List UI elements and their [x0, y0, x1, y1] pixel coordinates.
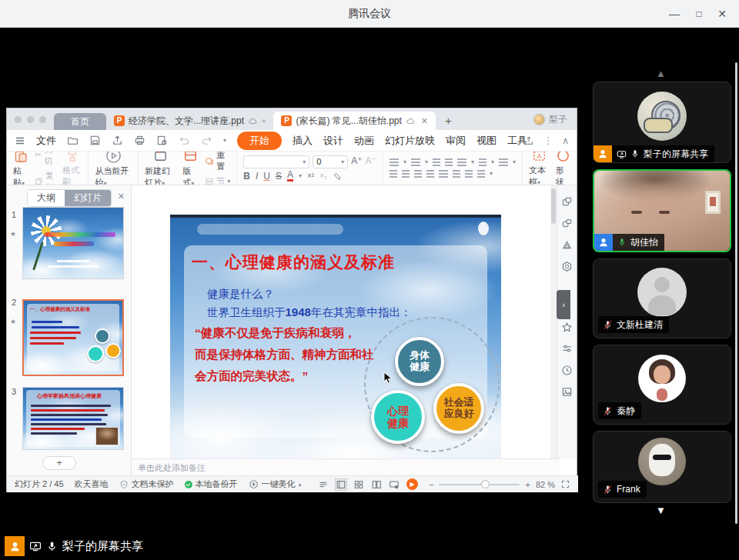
menu-start[interactable]: 开始	[237, 132, 282, 150]
preview-icon[interactable]	[156, 135, 168, 146]
save-icon[interactable]	[89, 135, 101, 146]
editor-scrollbar[interactable]	[550, 185, 557, 458]
align-text-icon[interactable]	[479, 158, 487, 166]
reset-button[interactable]: 重置	[205, 152, 230, 172]
membership-badge-icon[interactable]	[561, 261, 573, 272]
scroll-up-arrow[interactable]: ▲	[656, 68, 666, 79]
account-area[interactable]: 梨子	[533, 113, 567, 126]
font-shrink-button[interactable]: A⁻	[366, 155, 376, 168]
layout-button[interactable]: 版式▾	[182, 152, 199, 185]
text-direction-icon[interactable]	[457, 158, 466, 166]
zoom-out-button[interactable]: −	[429, 480, 433, 489]
from-current-button[interactable]: 从当前开始▾	[95, 152, 132, 185]
new-tab-button[interactable]: +	[445, 114, 452, 127]
history-icon[interactable]	[561, 365, 573, 376]
folder-icon[interactable]	[67, 135, 79, 146]
slide-canvas[interactable]: 一、心理健康的涵义及标准 健康是什么？ 世界卫生组织于1948年在其宪章中指出：…	[170, 215, 501, 458]
traffic-dots[interactable]	[15, 116, 46, 123]
justify-icon[interactable]	[426, 170, 434, 178]
subscript-button[interactable]: ×₂	[319, 172, 327, 180]
align-left-icon[interactable]	[390, 170, 397, 178]
slides-tab[interactable]: 幻灯片	[65, 190, 111, 206]
participant-tile[interactable]: 秦静	[593, 345, 731, 425]
notes-view-icon[interactable]	[318, 479, 329, 490]
participant-tile-speaking[interactable]: 胡佳怡	[593, 169, 731, 252]
theme-name[interactable]: 欢天喜地	[75, 478, 109, 490]
align-right-icon[interactable]	[414, 170, 422, 178]
undo-icon[interactable]	[179, 135, 190, 146]
menu-review[interactable]: 审阅	[446, 134, 466, 148]
slide-thumbnail-2-selected[interactable]: 一、心理健康的涵义及标准	[22, 299, 124, 376]
split-view-icon[interactable]	[371, 479, 382, 490]
hamburger-icon[interactable]	[15, 135, 25, 146]
panel-expand-tab[interactable]: ›	[557, 290, 570, 319]
protection-status[interactable]: 文档未保护	[119, 478, 174, 490]
participant-tile[interactable]: 文新杜建清	[593, 258, 731, 338]
paste-button[interactable]: 粘贴▾	[13, 152, 28, 185]
font-color-button[interactable]: A	[287, 171, 293, 182]
scroll-down-arrow[interactable]: ▼	[656, 505, 666, 516]
menu-animation[interactable]: 动画	[354, 134, 374, 148]
pyramid-icon[interactable]	[561, 239, 573, 251]
slide-thumbnail-3[interactable]: 心理学家杨凤池谈心理健康	[22, 387, 124, 450]
paragraph-spacing-icon[interactable]	[465, 170, 473, 178]
shape-fill-icon[interactable]	[561, 218, 573, 229]
panel-close-icon[interactable]: ✕	[118, 192, 125, 202]
backup-status[interactable]: 本地备份开	[185, 478, 238, 490]
slideshow-play-button[interactable]: ▶	[406, 478, 418, 490]
strike-button[interactable]: S	[276, 171, 282, 182]
italic-button[interactable]: I	[256, 171, 258, 182]
tab-doc-2-active[interactable]: P (家长篇) 常见...胡佳怡.ppt ✕	[273, 112, 436, 130]
image-tool-icon[interactable]	[561, 386, 573, 398]
line-spacing-icon[interactable]	[453, 170, 460, 178]
cut-button[interactable]: ✂剪切	[35, 152, 56, 167]
settings-sliders-icon[interactable]	[561, 343, 573, 355]
maximize-button[interactable]: □	[688, 6, 710, 22]
menu-design[interactable]: 设计	[323, 134, 343, 148]
presenter-view-icon[interactable]	[389, 479, 400, 490]
slide-thumbnail-1[interactable]	[22, 207, 124, 279]
format-painter-button[interactable]: 格式刷	[62, 152, 82, 185]
tab-home[interactable]: 首页	[54, 113, 106, 130]
superscript-button[interactable]: ×²	[307, 172, 314, 180]
clear-format-icon[interactable]	[333, 172, 342, 181]
collapse-ribbon-icon[interactable]: ∧	[562, 135, 569, 146]
columns-icon[interactable]	[499, 158, 508, 166]
outline-tab[interactable]: 大纲	[28, 190, 65, 206]
menu-file[interactable]: 文件	[36, 134, 56, 148]
shapes-button[interactable]: 形状	[556, 152, 570, 185]
font-family-select[interactable]: ▾	[243, 155, 309, 168]
participant-tile[interactable]: Frank	[593, 431, 731, 503]
redo-icon[interactable]	[201, 135, 212, 146]
align-center-icon[interactable]	[402, 170, 410, 178]
numbered-list-icon[interactable]	[411, 158, 420, 166]
zoom-in-button[interactable]: +	[525, 480, 530, 489]
tab-doc-1[interactable]: P 经济学院、文学...理讲座.ppt ●	[106, 112, 273, 130]
minimize-button[interactable]: —	[664, 6, 685, 22]
more-caret-icon[interactable]: ▾	[223, 137, 226, 144]
fullscreen-icon[interactable]	[560, 479, 570, 489]
text-box-button[interactable]: 文本框▾	[529, 152, 550, 185]
object-layer-icon[interactable]	[561, 196, 573, 208]
close-button[interactable]: ✕	[711, 6, 733, 22]
favorites-icon[interactable]	[561, 322, 573, 333]
participant-tile-sharer[interactable]: 梨子的屏幕共享	[593, 82, 731, 163]
menu-insert[interactable]: 插入	[293, 134, 313, 148]
slide-sorter-icon[interactable]	[353, 479, 364, 490]
kebab-menu-icon[interactable]: ⋮	[543, 135, 553, 146]
tab-close-icon[interactable]: ✕	[421, 116, 428, 126]
bold-button[interactable]: B	[243, 171, 250, 182]
font-grow-button[interactable]: A⁺	[351, 155, 362, 168]
bullet-list-icon[interactable]	[390, 158, 399, 166]
font-size-select[interactable]: 0▾	[313, 155, 348, 168]
zoom-slider-knob[interactable]	[481, 480, 490, 488]
distribute-icon[interactable]	[439, 170, 448, 178]
print-icon[interactable]	[134, 135, 145, 146]
zoom-slider[interactable]	[439, 484, 520, 485]
indent-decrease-icon[interactable]	[433, 158, 440, 166]
sidebar-scrollbar[interactable]	[735, 62, 737, 524]
section-button[interactable]: 节▾	[205, 175, 230, 185]
beautify-button[interactable]: 一键美化 ▴	[249, 478, 302, 490]
export-icon[interactable]	[112, 135, 123, 146]
new-slide-button[interactable]: 新建幻灯片▾	[145, 152, 176, 185]
